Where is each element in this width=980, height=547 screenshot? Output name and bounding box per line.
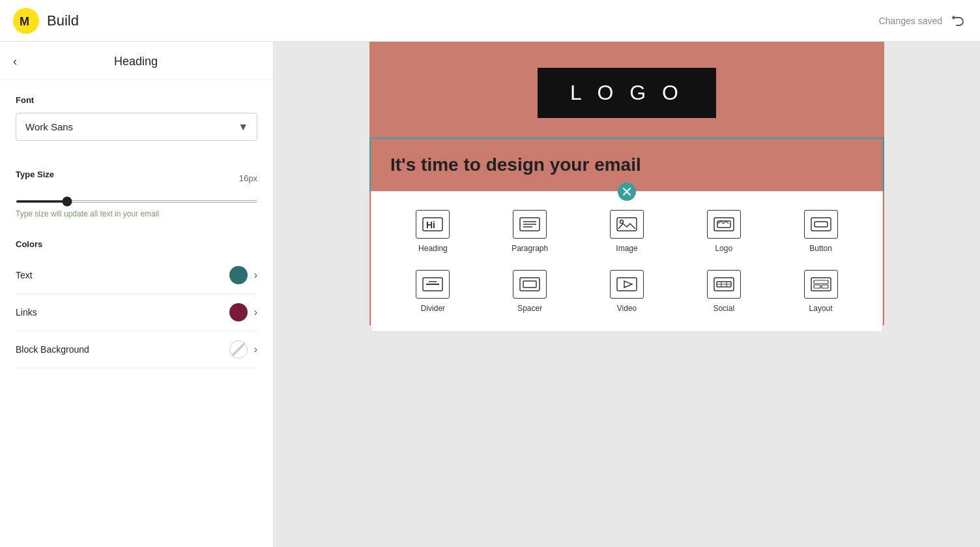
block-item-heading[interactable]: Hi Heading [384, 205, 482, 258]
block-label-layout: Layout [809, 304, 833, 313]
topbar: M Build Changes saved [0, 0, 980, 42]
font-section: Font Work Sans Arial Georgia Helvetica T… [0, 80, 273, 141]
text-color-dot [229, 266, 248, 284]
block-background-label: Block Background [16, 344, 89, 355]
svg-rect-10 [617, 218, 637, 231]
svg-rect-30 [814, 285, 820, 288]
type-size-hint: Type size will update all text in your e… [16, 209, 257, 218]
block-icon-button [804, 210, 838, 239]
block-background-color-dot [229, 340, 248, 359]
block-icon-divider [416, 270, 450, 299]
email-preview: L O G O It's time to design your email [369, 42, 884, 325]
svg-rect-31 [822, 285, 828, 288]
type-size-row: Type Size 16px [16, 170, 257, 187]
block-icon-spacer [513, 270, 547, 299]
svg-text:M: M [20, 15, 29, 28]
type-size-slider[interactable] [16, 200, 257, 203]
block-label-paragraph: Paragraph [512, 244, 548, 253]
type-size-section: Type Size 16px Type size will update all… [0, 154, 273, 218]
type-size-value: 16px [239, 173, 257, 183]
svg-rect-21 [617, 278, 637, 291]
main-layout: ‹ Heading Font Work Sans Arial Georgia H… [0, 0, 980, 547]
block-background-chevron-icon: › [254, 344, 257, 355]
sidebar-header: ‹ Heading [0, 42, 273, 80]
logo-text: L O G O [570, 81, 684, 104]
sidebar: ‹ Heading Font Work Sans Arial Georgia H… [0, 42, 274, 547]
email-logo-section: L O G O [369, 42, 884, 138]
block-icon-layout [804, 270, 838, 299]
block-label-logo: Logo [715, 244, 732, 253]
block-label-heading: Heading [418, 244, 448, 253]
block-label-divider: Divider [421, 304, 445, 313]
email-heading-section[interactable]: It's time to design your email [369, 138, 884, 192]
svg-rect-28 [811, 278, 831, 291]
block-icon-paragraph [513, 210, 547, 239]
svg-rect-29 [814, 280, 828, 284]
block-icon-logo [707, 210, 741, 239]
svg-rect-15 [814, 222, 828, 227]
text-color-row[interactable]: Text › [16, 257, 257, 294]
topbar-right: Changes saved [879, 12, 967, 30]
block-picker-close-button[interactable] [618, 183, 636, 201]
links-color-dot [229, 303, 248, 321]
text-color-label: Text [16, 270, 33, 280]
font-select-wrapper[interactable]: Work Sans Arial Georgia Helvetica Times … [16, 113, 257, 141]
block-icon-video [610, 270, 644, 299]
text-color-right: › [229, 266, 257, 284]
colors-section: Colors Text › Links › Block Background [0, 224, 273, 368]
block-item-divider[interactable]: Divider [384, 265, 482, 318]
text-color-chevron-icon: › [254, 269, 257, 281]
svg-point-11 [620, 220, 623, 224]
font-select[interactable]: Work Sans Arial Georgia Helvetica Times … [16, 113, 257, 141]
block-item-logo[interactable]: Logo [675, 205, 772, 258]
block-icon-social [707, 270, 741, 299]
app-title: Build [47, 12, 79, 29]
block-label-video: Video [617, 304, 637, 313]
block-item-video[interactable]: Video [579, 265, 676, 318]
links-color-row[interactable]: Links › [16, 294, 257, 331]
block-item-paragraph[interactable]: Paragraph [482, 205, 579, 258]
links-color-label: Links [16, 307, 37, 318]
email-preview-area: L O G O It's time to design your email [274, 42, 980, 547]
block-label-image: Image [616, 244, 637, 253]
block-item-layout[interactable]: Layout [772, 265, 869, 318]
sidebar-panel-title: Heading [25, 55, 260, 68]
undo-button[interactable] [949, 12, 967, 30]
type-size-label: Type Size [16, 170, 54, 179]
changes-saved-status: Changes saved [879, 16, 942, 26]
block-label-spacer: Spacer [517, 304, 542, 313]
block-label-button: Button [809, 244, 832, 253]
block-background-right: › [229, 340, 257, 359]
block-item-image[interactable]: Image [579, 205, 676, 258]
logo-box: L O G O [538, 68, 716, 118]
links-color-chevron-icon: › [254, 306, 257, 318]
block-background-color-row[interactable]: Block Background › [16, 331, 257, 368]
block-picker-popup: Hi Heading [371, 191, 883, 332]
topbar-left: M Build [13, 8, 79, 34]
block-icon-image [610, 210, 644, 239]
block-item-social[interactable]: Social [675, 265, 772, 318]
back-button[interactable]: ‹ [13, 55, 17, 68]
svg-text:Hi: Hi [426, 220, 435, 230]
font-section-label: Font [16, 95, 257, 105]
mailchimp-logo-icon: M [13, 8, 39, 34]
svg-rect-20 [523, 281, 536, 288]
links-color-right: › [229, 303, 257, 321]
svg-marker-22 [624, 281, 632, 288]
heading-email-text: It's time to design your email [390, 155, 641, 175]
block-picker-grid: Hi Heading [384, 205, 869, 318]
block-icon-heading: Hi [416, 210, 450, 239]
block-item-button[interactable]: Button [772, 205, 869, 258]
block-label-social: Social [713, 304, 734, 313]
block-item-spacer[interactable]: Spacer [482, 265, 579, 318]
colors-section-label: Colors [16, 239, 257, 249]
